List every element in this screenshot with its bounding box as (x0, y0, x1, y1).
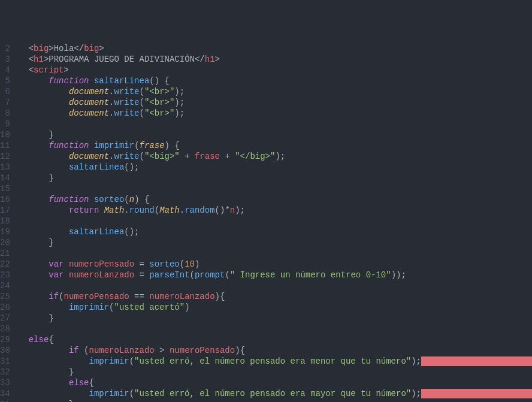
code-line[interactable]: } (19, 173, 532, 183)
token: write (114, 98, 140, 107)
code-line[interactable]: <h1>PROGRAMA JUEGO DE ADIVINACIÓN</h1> (19, 54, 532, 65)
token: ){ (215, 292, 225, 301)
code-line[interactable]: } (19, 367, 532, 377)
token: saltarLinea (69, 162, 124, 172)
token: var (49, 270, 64, 280)
code-line[interactable]: document.write("<br>"); (19, 97, 532, 108)
code-line[interactable]: else{ (19, 334, 532, 345)
code-line[interactable]: imprimir("usted erró, el número pensado … (19, 388, 532, 399)
code-line[interactable]: else{ (19, 377, 532, 388)
token: } (19, 130, 54, 140)
line-number: 31 (0, 356, 10, 367)
token (19, 98, 69, 107)
code-line[interactable]: saltarLinea(); (19, 226, 532, 237)
line-number: 17 (0, 205, 10, 216)
token: "usted acertó" (114, 303, 185, 312)
code-line[interactable]: imprimir("usted erró, el número pensado … (19, 356, 532, 367)
token: Math (159, 205, 180, 215)
token: frase (140, 141, 165, 150)
token: ( (225, 270, 229, 280)
token: { (49, 335, 53, 344)
line-number: 33 (0, 377, 10, 388)
token: else (69, 378, 89, 388)
code-line[interactable] (19, 183, 532, 194)
token (19, 303, 69, 312)
code-line[interactable]: <script> (19, 65, 532, 75)
line-number: 28 (0, 324, 10, 334)
token: document (69, 108, 109, 118)
token: } (19, 400, 74, 402)
token (19, 227, 69, 237)
token: if (69, 346, 79, 355)
code-line[interactable] (19, 119, 532, 129)
token: . (124, 205, 129, 215)
code-line[interactable]: } (19, 129, 532, 140)
code-editor[interactable]: 2345678910111213141516171819202122232425… (0, 43, 532, 402)
code-line[interactable]: document.write("<br>"); (19, 86, 532, 97)
line-number: 35 (0, 399, 10, 402)
code-line[interactable]: document.write("<big>" + frase + "</big>… (19, 151, 532, 162)
token: == (129, 292, 150, 301)
token: > (215, 55, 220, 64)
line-number: 26 (0, 302, 10, 313)
token: else (29, 335, 49, 344)
code-line[interactable]: document.write("<br>"); (19, 108, 532, 119)
token: write (114, 108, 140, 118)
code-line[interactable] (19, 248, 532, 259)
code-line[interactable]: if(numeroPensado == numeroLanzado){ (19, 291, 532, 302)
code-line[interactable] (19, 324, 532, 334)
token (19, 141, 49, 150)
code-line[interactable]: var numeroPensado = sorteo(10) (19, 259, 532, 270)
line-number: 19 (0, 226, 10, 237)
token: sorteo (94, 195, 124, 204)
code-line[interactable]: function imprimir(frase) { (19, 140, 532, 151)
line-number: 16 (0, 194, 10, 205)
token: document (69, 152, 109, 161)
token: numeroLanzado (89, 346, 155, 355)
token: } (19, 173, 54, 183)
line-number: 13 (0, 162, 10, 173)
code-line[interactable]: function sorteo(n) { (19, 194, 532, 205)
code-line[interactable]: } (19, 313, 532, 324)
token: frase (195, 152, 220, 161)
token: numeroPensado (170, 346, 235, 355)
code-line[interactable]: return Math.round(Math.random()*n); (19, 205, 532, 216)
token: saltarLinea (69, 227, 124, 237)
token (19, 270, 49, 280)
token: ( (134, 141, 139, 150)
code-line[interactable]: saltarLinea(); (19, 162, 532, 173)
code-line[interactable]: } (19, 399, 532, 402)
token: random (185, 205, 214, 215)
error-marker (421, 389, 532, 398)
token: "<br>" (144, 87, 174, 96)
token (19, 195, 49, 204)
line-number: 2 (0, 43, 10, 54)
token: ) (185, 303, 189, 312)
code-line[interactable]: if (numeroLanzado > numeroPensado){ (19, 345, 532, 356)
line-number: 25 (0, 291, 10, 302)
code-line[interactable]: function saltarLinea() { (19, 75, 532, 86)
code-line[interactable]: var numeroLanzado = parseInt(prompt(" In… (19, 270, 532, 280)
code-line[interactable]: imprimir("usted acertó") (19, 302, 532, 313)
token: } (19, 367, 74, 377)
code-line[interactable]: } (19, 237, 532, 248)
token: ( (140, 108, 144, 118)
token: = (134, 270, 149, 280)
line-number: 20 (0, 237, 10, 248)
token: "<br>" (144, 98, 174, 107)
token: ( (79, 346, 89, 355)
token: n (129, 195, 134, 204)
code-line[interactable] (19, 216, 532, 226)
token: function (49, 76, 89, 86)
token: ); (174, 98, 185, 107)
code-area[interactable]: <big>Hola</big> <h1>PROGRAMA JUEGO DE AD… (19, 43, 532, 402)
code-line[interactable]: <big>Hola</big> (19, 43, 532, 54)
token: ( (140, 98, 144, 107)
token: "usted erró, el número pensado era mayor… (134, 389, 411, 398)
token (19, 346, 69, 355)
token: () { (149, 76, 170, 86)
token: ( (109, 303, 114, 312)
line-number: 11 (0, 140, 10, 151)
error-marker (421, 356, 532, 366)
code-line[interactable] (19, 280, 532, 291)
